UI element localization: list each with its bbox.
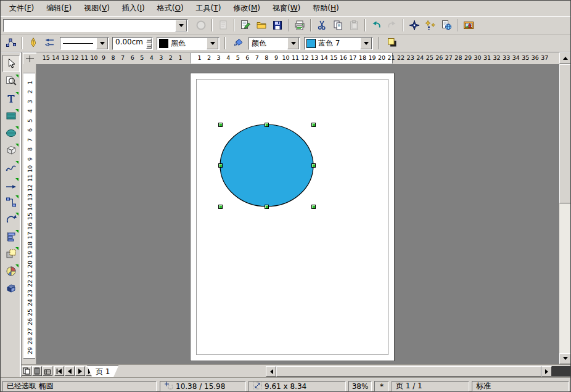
gallery-icon[interactable] — [461, 18, 477, 33]
spin-up-button[interactable] — [146, 38, 152, 44]
resize-handle[interactable] — [218, 205, 223, 209]
resize-handle[interactable] — [265, 123, 269, 127]
background-mode-icon[interactable] — [32, 366, 42, 376]
horizontal-ruler[interactable]: 1234567891011121314151234567891011121314… — [36, 52, 559, 65]
resize-handle[interactable] — [265, 205, 269, 209]
status-position[interactable]: 10.38 / 15.98 — [160, 381, 246, 391]
scroll-left-button[interactable] — [266, 366, 276, 377]
menu-w[interactable]: 视窗(W) — [266, 1, 306, 16]
vertical-scrollbar[interactable] — [559, 52, 571, 364]
ruler-origin-button[interactable] — [23, 53, 37, 65]
next-page-icon[interactable] — [75, 366, 85, 376]
line-color-dropdown[interactable] — [207, 38, 218, 49]
animation-icon[interactable] — [422, 18, 438, 33]
fill-type-value[interactable]: 颜色 — [249, 38, 287, 49]
save-icon[interactable] — [269, 18, 286, 33]
scroll-up-button[interactable] — [559, 52, 571, 63]
line-style-dropdown[interactable] — [96, 38, 108, 49]
first-page-icon[interactable] — [54, 366, 64, 376]
menu-o[interactable]: 格式(O) — [151, 1, 190, 16]
menu-h[interactable]: 帮助(H) — [306, 1, 345, 16]
status-style[interactable]: 标准 — [472, 381, 569, 391]
ellipse-tool[interactable] — [3, 125, 19, 141]
status-size[interactable]: 9.61 x 8.34 — [249, 381, 346, 391]
print-icon[interactable] — [292, 18, 308, 33]
area-icon[interactable] — [231, 36, 247, 51]
horizontal-scrollbar[interactable] — [266, 366, 552, 377]
insert-tool[interactable] — [3, 263, 19, 279]
fill-color-value[interactable]: 蓝色 7 — [316, 38, 359, 49]
h-ruler-label: 30 — [474, 54, 481, 61]
resize-handle[interactable] — [218, 163, 223, 168]
pen-icon[interactable] — [25, 36, 41, 51]
shadow-icon[interactable] — [384, 36, 400, 51]
v-ruler-label: 15 — [26, 213, 33, 220]
objects-3d-tool[interactable] — [3, 142, 19, 158]
horizontal-scroll-thumb[interactable] — [276, 366, 541, 377]
layer-mode-icon[interactable] — [43, 366, 52, 376]
fill-color-combo[interactable]: 蓝色 7 — [304, 37, 373, 50]
v-ruler-label: 1 — [26, 81, 33, 84]
url-combo-dropdown[interactable] — [175, 20, 187, 31]
line-color-value[interactable]: 黑色 — [168, 38, 206, 49]
open-icon[interactable] — [253, 18, 269, 33]
rotate-tool[interactable] — [3, 211, 19, 227]
scroll-down-button[interactable] — [559, 353, 571, 364]
line-style-combo[interactable] — [60, 37, 109, 50]
status-modified: * — [374, 381, 389, 391]
h-ruler-label: 17 — [349, 54, 356, 61]
menu-v[interactable]: 视图(V) — [78, 1, 116, 16]
spin-down-button[interactable] — [146, 43, 152, 49]
line-width-spinner[interactable]: 0.00cm — [112, 37, 153, 50]
resize-handle[interactable] — [311, 163, 316, 168]
v-ruler-label: 17 — [26, 232, 33, 239]
menu-f[interactable]: 文件(F) — [3, 1, 40, 16]
status-zoom[interactable]: 38% — [348, 381, 372, 391]
lines-arrows-tool[interactable] — [3, 177, 19, 193]
line-color-combo[interactable]: 黑色 — [157, 37, 220, 50]
vertical-scroll-thumb[interactable] — [559, 64, 571, 203]
menu-m[interactable]: 修改(M) — [227, 1, 266, 16]
edit-document-icon — [215, 18, 231, 33]
menu-t[interactable]: 工具(T) — [190, 1, 228, 16]
h-ruler-label: 16 — [340, 54, 347, 61]
edit-points-icon[interactable] — [3, 36, 19, 51]
fill-color-dropdown[interactable] — [360, 38, 372, 49]
line-width-value[interactable]: 0.00cm — [113, 38, 146, 49]
cut-icon[interactable] — [314, 18, 330, 33]
effects-tool[interactable] — [3, 280, 19, 296]
text-tool[interactable] — [3, 91, 19, 107]
resize-handle[interactable] — [218, 123, 223, 127]
zoom-tool[interactable] — [3, 73, 19, 89]
page-tab[interactable]: 页 1 — [87, 365, 118, 378]
arrange-tool[interactable] — [3, 246, 19, 262]
menu-e[interactable]: 编辑(E) — [40, 1, 78, 16]
url-combo[interactable] — [3, 19, 188, 32]
navigator-icon[interactable] — [406, 18, 422, 33]
prev-page-icon[interactable] — [65, 366, 75, 376]
scroll-right-button[interactable] — [541, 366, 552, 377]
page-mode-icon[interactable] — [22, 366, 31, 376]
rectangle-tool[interactable] — [3, 108, 19, 124]
web-document-icon[interactable] — [438, 18, 454, 33]
resize-handle[interactable] — [311, 205, 316, 209]
fill-type-dropdown[interactable] — [287, 38, 299, 49]
copy-icon[interactable] — [330, 18, 346, 33]
select-tool[interactable] — [2, 55, 20, 72]
h-ruler-label: 13 — [311, 54, 318, 61]
curve-tool[interactable] — [3, 160, 19, 176]
h-ruler-label: 4 — [226, 54, 230, 61]
edit-file-icon[interactable] — [237, 18, 253, 33]
undo-icon[interactable] — [368, 18, 384, 33]
resize-handle[interactable] — [311, 123, 316, 127]
ellipse-shape[interactable] — [191, 73, 394, 361]
document-page[interactable] — [190, 73, 395, 361]
menu-i[interactable]: 插入(I) — [116, 1, 151, 16]
drawing-canvas[interactable] — [36, 64, 559, 364]
vertical-ruler[interactable]: 1234567891011121314151617181920212223242… — [23, 64, 36, 364]
connector-tool[interactable] — [3, 194, 19, 210]
alignment-tool[interactable] — [3, 229, 19, 245]
arrow-ends-icon[interactable] — [41, 36, 57, 51]
fill-type-combo[interactable]: 颜色 — [249, 37, 300, 50]
status-page[interactable]: 页 1 / 1 — [392, 381, 469, 391]
